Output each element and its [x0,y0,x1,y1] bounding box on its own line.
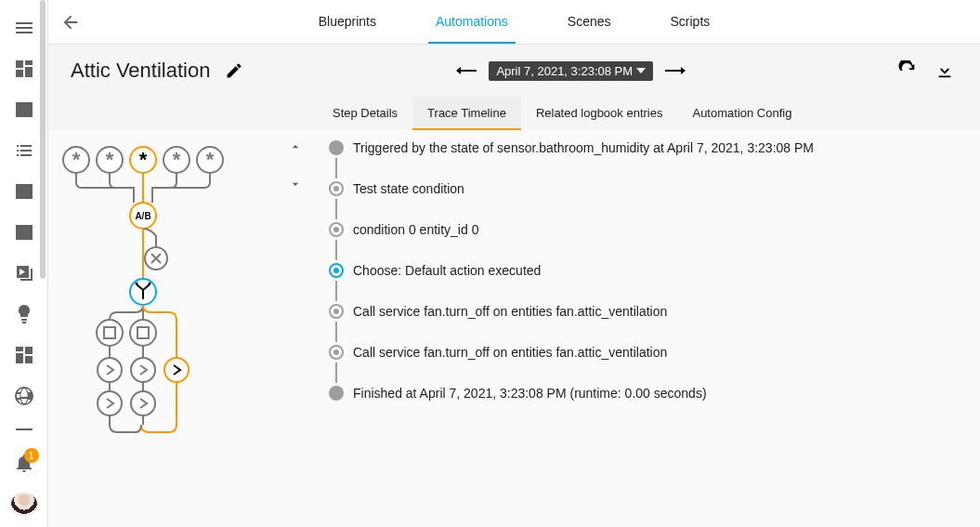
timeline-item[interactable]: Triggered by the state of sensor.bathroo… [329,138,969,158]
timeline-dot [329,304,344,319]
svg-point-15 [149,283,151,285]
svg-point-20 [98,358,122,382]
notifications-icon[interactable]: 1 [13,452,35,474]
download-button[interactable] [932,58,958,84]
trace-graph: * * * * [48,130,318,527]
refresh-button[interactable] [895,58,921,84]
svg-text:*: * [72,148,81,171]
people-icon[interactable] [13,99,35,121]
idea-icon[interactable] [13,303,35,325]
tab-scenes[interactable]: Scenes [560,1,619,44]
title-bar: Attic Ventilation April 7, 2021, 3:23:08… [48,45,980,97]
notification-badge: 1 [24,448,39,463]
svg-text:*: * [206,148,215,171]
graph-node-choose [130,279,156,305]
graph-node-cond-2 [130,320,156,346]
tab-automations[interactable]: Automations [428,1,516,44]
timeline-connector [329,322,969,342]
scrollbar-hint [40,0,46,279]
chart-icon[interactable] [13,221,35,244]
graph-trigger-active: * [130,147,156,173]
graph-node-ab: A/B [130,203,156,229]
timeline-connector [329,240,969,260]
timeline-item[interactable]: Choose: Default action executed [329,260,969,281]
edit-button[interactable] [221,58,247,84]
trace-graph-svg[interactable]: * * * * [56,141,269,439]
graph-node-cond-1 [97,320,123,346]
top-bar: Blueprints Automations Scenes Scripts [48,0,980,45]
graph-node-default-action [164,358,189,382]
svg-point-22 [164,358,189,382]
content-row: * * * * [48,130,980,527]
layout-icon[interactable] [13,344,35,366]
globe-icon[interactable] [13,385,35,407]
timeline-list: Triggered by the state of sensor.bathroo… [329,138,969,403]
timeline-item[interactable]: Call service fan.turn_off on entities fa… [329,301,969,322]
subtab-trace-timeline[interactable]: Trace Timeline [412,97,521,130]
timeline-text: Call service fan.turn_off on entities fa… [353,345,667,360]
subtab-step-details[interactable]: Step Details [318,97,412,130]
primary-tabs: Blueprints Automations Scenes Scripts [93,1,935,44]
timeline-connector [329,158,969,178]
svg-point-21 [131,358,155,382]
timeline-dot [329,345,344,360]
main-area: Blueprints Automations Scenes Scripts At… [48,0,980,527]
graph-collapse-down[interactable] [286,175,305,193]
timeline-item[interactable]: Test state condition [329,178,969,199]
trace-timeline-panel: Triggered by the state of sensor.bathroo… [318,130,980,527]
subtab-logbook[interactable]: Related logbook entries [521,97,678,130]
timeline-connector [329,199,969,219]
svg-text:*: * [139,148,148,171]
timeline-dot [329,222,344,237]
tab-scripts[interactable]: Scripts [663,1,718,44]
trace-date-label: April 7, 2021, 3:23:08 PM [496,64,633,78]
svg-text:A/B: A/B [135,211,150,221]
avatar[interactable] [10,493,38,516]
timeline-text: Triggered by the state of sensor.bathroo… [353,140,814,155]
timeline-dot [329,181,344,196]
svg-point-23 [98,391,122,415]
terminal-icon[interactable] [13,180,35,203]
dashboard-icon[interactable] [13,58,35,80]
timeline-text: Call service fan.turn_off on entities fa… [353,304,667,319]
back-button[interactable] [48,12,93,33]
nav-rail: 1 [0,0,48,527]
chevron-down-icon [636,66,646,75]
menu-icon[interactable] [13,17,35,39]
timeline-item[interactable]: condition 0 entity_id 0 [329,219,969,240]
timeline-dot [329,140,344,155]
svg-point-16 [97,320,123,346]
subtab-config[interactable]: Automation Config [677,97,806,130]
timeline-text: Finished at April 7, 2021, 3:23:08 PM (r… [353,386,707,401]
timeline-item[interactable]: Finished at April 7, 2021, 3:23:08 PM (r… [329,383,969,403]
svg-text:*: * [106,148,114,171]
timeline-text: Test state condition [353,181,464,196]
trace-next-button[interactable] [664,66,686,75]
settings-icon[interactable] [13,426,35,433]
svg-point-18 [130,320,156,346]
timeline-dot [329,386,344,401]
graph-collapse-up[interactable] [286,138,305,156]
media-icon[interactable] [13,262,35,284]
graph-node-x [145,247,167,270]
timeline-text: Choose: Default action executed [353,263,541,278]
timeline-connector [329,281,969,301]
svg-point-14 [136,283,138,285]
trace-date-picker[interactable]: April 7, 2021, 3:23:08 PM [489,61,653,81]
page-title: Attic Ventilation [71,59,210,83]
list-icon[interactable] [13,139,35,162]
timeline-dot [329,263,344,278]
timeline-text: condition 0 entity_id 0 [353,222,478,237]
trace-subtabs: Step Details Trace Timeline Related logb… [48,97,980,130]
svg-point-24 [131,391,155,415]
trace-prev-button[interactable] [455,66,477,75]
tab-blueprints[interactable]: Blueprints [311,1,384,44]
timeline-item[interactable]: Call service fan.turn_off on entities fa… [329,342,969,362]
timeline-connector [329,362,969,383]
svg-text:*: * [173,148,181,171]
